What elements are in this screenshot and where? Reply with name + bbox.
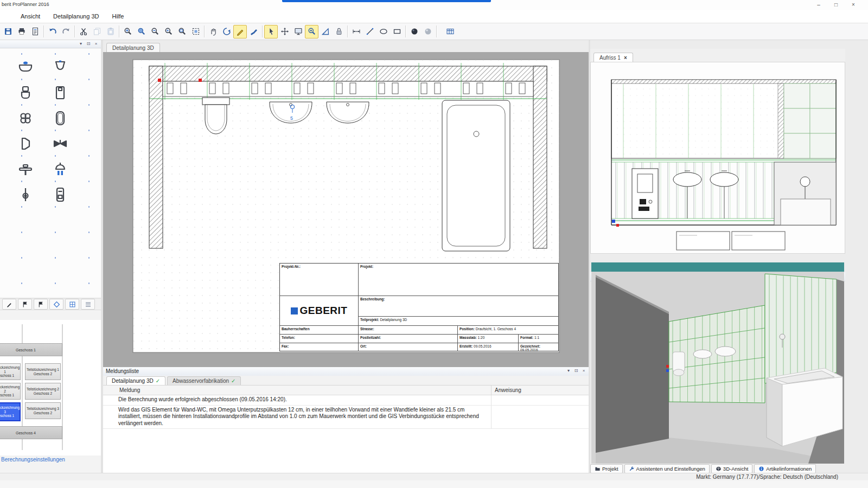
flag-black-button[interactable]	[18, 299, 32, 310]
draw-rect-button[interactable]	[390, 25, 404, 38]
palette-item-bidet[interactable]	[9, 80, 42, 105]
messages-tab-detailplanung[interactable]: Detailplanung 3D✓	[106, 376, 165, 385]
washbasin-icon	[17, 59, 34, 75]
draw-ellipse-button[interactable]	[376, 25, 390, 38]
messages-table[interactable]: Meldung Anweisung Die Berechnung wurde e…	[103, 386, 589, 473]
drawing-section-box[interactable]: Teilstückzeichnung 1Geschoss 2	[25, 363, 61, 380]
sphere-light-button[interactable]	[421, 25, 435, 38]
bottom-tab-assistenten-und-einstellungen[interactable]: Assistenten und Einstellungen	[624, 464, 710, 473]
floors-diagram[interactable]: Geschoss 1Teilstückzeichnung 1Geschoss 1…	[0, 320, 101, 455]
drawing-section-box[interactable]: Teilstückzeichnung 3Geschoss 1	[0, 402, 21, 421]
palette-item-urinal[interactable]	[43, 54, 77, 80]
window-float-icon[interactable]: ⊡	[85, 41, 92, 47]
drawing-section-box[interactable]: Teilstückzeichnung 3Geschoss 2	[25, 402, 61, 419]
aufriss-canvas[interactable]	[590, 62, 845, 254]
zoom-window-button[interactable]	[175, 25, 189, 38]
cut-button[interactable]	[76, 25, 90, 38]
message-row[interactable]: Wird das GIS Element für Wand-WC, mit Om…	[103, 406, 589, 429]
drawing-section-box[interactable]: Teilstückzeichnung 2Geschoss 1	[0, 383, 21, 400]
menu-ansicht[interactable]: Ansicht	[14, 11, 47, 21]
palette-item-cistern[interactable]	[43, 80, 77, 105]
close-icon[interactable]: ×	[846, 1, 860, 9]
floorplan-canvas[interactable]: 5 Projekt-Nr.: Projekt: GEBERIT Beschrei…	[103, 52, 589, 367]
diamond-blue-button[interactable]	[49, 299, 63, 310]
maximize-icon[interactable]: □	[829, 1, 843, 9]
bottom-tab-artikelinformationen[interactable]: Artikelinformationen	[754, 464, 816, 473]
rows-gray-button[interactable]	[81, 299, 95, 310]
copy-button[interactable]	[90, 25, 104, 38]
zoom-previous-button[interactable]	[162, 25, 175, 38]
zoom-in-button[interactable]	[121, 25, 135, 38]
chevron-down-icon[interactable]: ▾	[78, 41, 84, 47]
view3d-canvas[interactable]	[591, 272, 844, 464]
drawing-section-box[interactable]: Teilstückzeichnung 2Geschoss 2	[25, 383, 61, 400]
toolbar-separator	[119, 25, 119, 37]
dimension-button[interactable]	[349, 25, 363, 38]
close-icon[interactable]: ×	[624, 55, 627, 61]
zoom-extents-button[interactable]	[189, 25, 202, 38]
window-float-icon[interactable]: ⊡	[573, 368, 579, 374]
cursor-icon	[267, 27, 276, 36]
select-button[interactable]	[264, 25, 278, 38]
orbit-button[interactable]	[220, 25, 233, 38]
palette-item-boiler[interactable]	[43, 182, 77, 207]
pen-black-button[interactable]	[2, 299, 16, 310]
orbit-icon	[222, 27, 231, 36]
sphere-dark-button[interactable]	[407, 25, 421, 38]
grid-blue-button[interactable]	[65, 299, 79, 310]
close-icon[interactable]: ×	[93, 41, 99, 47]
draw-line-button[interactable]	[363, 25, 376, 38]
palette-item-faucet[interactable]	[9, 156, 42, 182]
paste-button[interactable]	[104, 25, 117, 38]
menu-detailplanung-3d[interactable]: Detailplanung 3D	[47, 11, 105, 21]
drawing-title-block: Projekt-Nr.: Projekt: GEBERIT Beschreibu…	[279, 263, 559, 351]
zoom-dynamic-button[interactable]	[135, 25, 148, 38]
floor-bar[interactable]: Geschoss 1	[0, 343, 62, 356]
lock-button[interactable]	[332, 25, 346, 38]
search-article-button[interactable]	[305, 25, 318, 38]
faucet-icon	[17, 161, 34, 177]
pan-button[interactable]	[206, 25, 220, 38]
redline-button[interactable]	[233, 25, 247, 38]
tab-detailplanung-3d[interactable]: Detailplanung 3D	[106, 43, 160, 52]
minimize-icon[interactable]: –	[812, 1, 826, 9]
tab-aufriss-1[interactable]: Aufriss 1×	[593, 53, 633, 62]
flag-black2-button[interactable]	[34, 299, 48, 310]
report-button[interactable]	[28, 25, 42, 38]
palette-item-bathtub[interactable]	[43, 105, 77, 131]
undo-button[interactable]	[46, 25, 59, 38]
message-text: Wird das GIS Element für Wand-WC, mit Om…	[103, 406, 491, 429]
palette-item-valve[interactable]	[43, 131, 77, 156]
calculation-settings-link[interactable]: Berechnungseinstellungen	[1, 457, 65, 463]
paint-button[interactable]	[247, 25, 260, 38]
palette-item-sink-side[interactable]	[9, 131, 42, 156]
fixture-palette[interactable]	[0, 49, 101, 297]
message-row[interactable]: Die Berechnung wurde erfolgreich abgesch…	[103, 395, 589, 406]
fixture-panel-header: ▾ ⊡ ×	[0, 40, 101, 48]
zoom-out-button[interactable]	[148, 25, 162, 38]
bottom-tab-projekt[interactable]: Projekt	[590, 464, 623, 473]
messages-tab-abwasser[interactable]: Abwasservorfabrikation✓	[167, 376, 241, 385]
measure-button[interactable]	[318, 25, 332, 38]
screen-view-button[interactable]	[291, 25, 305, 38]
close-icon[interactable]: ×	[580, 368, 587, 374]
drawing-section-box[interactable]: Teilstückzeichnung 1Geschoss 1	[0, 363, 21, 380]
palette-item-stop-valve[interactable]	[9, 182, 42, 207]
diamond-blue-icon	[53, 301, 60, 308]
parts-list-button[interactable]	[443, 25, 457, 38]
palette-item-drain[interactable]	[9, 105, 42, 131]
palette-item-shower[interactable]	[43, 156, 77, 182]
save-button[interactable]	[1, 25, 15, 38]
chevron-down-icon[interactable]: ▾	[565, 368, 572, 374]
menu-hilfe[interactable]: Hilfe	[105, 11, 130, 21]
redo-button[interactable]	[59, 25, 73, 38]
palette-item-washbasin[interactable]	[9, 54, 42, 80]
move-button[interactable]	[278, 25, 291, 38]
valve-icon	[52, 136, 68, 152]
bottom-tab-label: 3D-Ansicht	[723, 466, 748, 472]
floor-bar[interactable]: Geschoss 4	[0, 426, 62, 439]
print-button[interactable]	[15, 25, 28, 38]
bottom-tab-3d-ansicht[interactable]: 3D-Ansicht	[711, 464, 752, 473]
view3d-toolbar[interactable]	[591, 262, 844, 272]
urinal-icon	[52, 59, 68, 75]
